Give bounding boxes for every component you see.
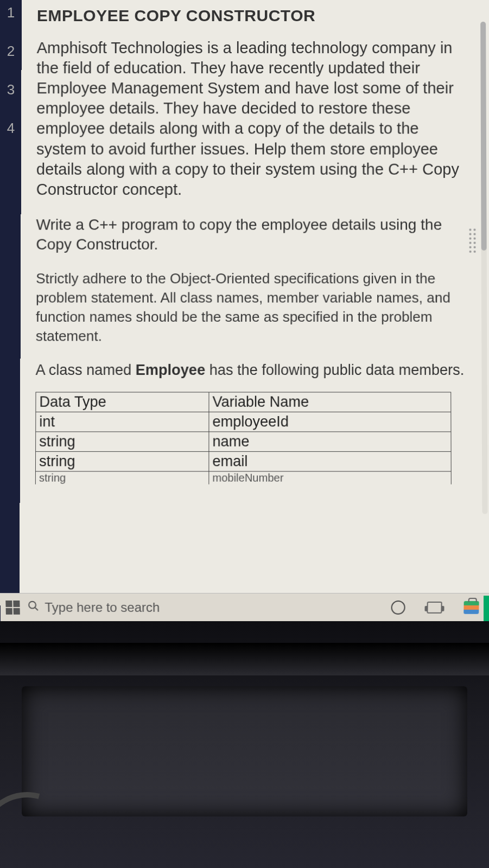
svg-line-1 (35, 607, 38, 610)
taskbar-search[interactable]: Type here to search (27, 599, 160, 615)
keyboard (22, 686, 467, 816)
taskbar-right (391, 600, 483, 614)
data-members-table: Data Type Variable Name int employeeId s… (35, 392, 452, 484)
text-fragment: A class named (36, 362, 136, 378)
task-paragraph: Write a C++ program to copy the employee… (36, 215, 468, 254)
table-row: string email (35, 452, 451, 472)
svg-point-0 (29, 601, 36, 608)
table-cell: employeeId (209, 412, 451, 432)
sidebar-step-3[interactable]: 3 (7, 81, 15, 98)
guidelines-paragraph: Strictly adhere to the Object-Oriented s… (36, 269, 468, 346)
problem-intro-paragraph: Amphisoft Technologies is a leading tech… (36, 38, 468, 200)
windows-start-icon[interactable] (5, 600, 20, 614)
taskview-icon[interactable] (427, 601, 442, 613)
table-cell: string (35, 471, 208, 484)
table-header-cell: Variable Name (209, 392, 451, 412)
cortana-icon[interactable] (391, 600, 405, 614)
store-icon[interactable] (463, 601, 479, 614)
table-row: string name (36, 432, 452, 452)
table-row-cutoff: string mobileNumber (35, 471, 451, 484)
page-title: EMPLOYEE COPY CONSTRUCTOR (37, 7, 467, 25)
sidebar: 1 2 3 4 (0, 0, 22, 624)
main-content: EMPLOYEE COPY CONSTRUCTOR Amphisoft Tech… (20, 0, 489, 630)
content-area: 1 2 3 4 EMPLOYEE COPY CONSTRUCTOR Amphis… (0, 0, 489, 624)
screen: 1 2 3 4 EMPLOYEE COPY CONSTRUCTOR Amphis… (0, 0, 489, 868)
table-row: int employeeId (36, 412, 452, 432)
class-name-emphasis: Employee (136, 362, 205, 378)
table-cell: email (209, 452, 452, 472)
search-icon (27, 599, 39, 615)
table-cell: name (209, 432, 451, 452)
text-fragment: has the following public data members. (205, 362, 464, 378)
sidebar-step-2[interactable]: 2 (7, 43, 15, 60)
table-cell: mobileNumber (209, 471, 452, 484)
table-header-cell: Data Type (36, 392, 209, 412)
drag-grip-icon[interactable] (469, 228, 475, 252)
edge-strip (484, 596, 489, 624)
search-placeholder: Type here to search (45, 599, 160, 615)
laptop-keyboard-area (0, 621, 489, 868)
sidebar-step-4[interactable]: 4 (7, 120, 15, 137)
scrollbar-thumb[interactable] (480, 22, 487, 251)
sidebar-step-1[interactable]: 1 (7, 4, 15, 21)
windows-taskbar[interactable]: Type here to search (0, 593, 489, 621)
laptop-hinge (0, 643, 489, 675)
table-cell: string (35, 452, 208, 472)
table-header-row: Data Type Variable Name (36, 392, 451, 412)
table-cell: string (36, 432, 209, 452)
table-cell: int (36, 412, 209, 432)
class-intro-paragraph: A class named Employee has the following… (36, 360, 469, 380)
